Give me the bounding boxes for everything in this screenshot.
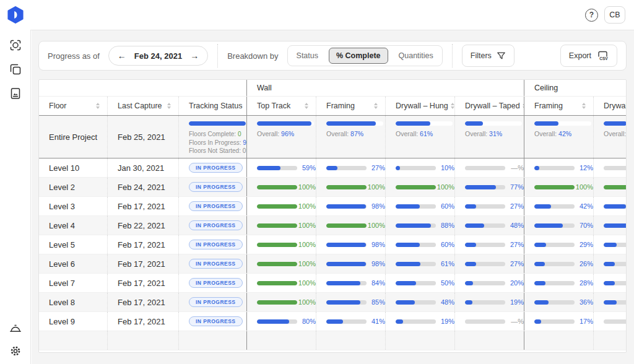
progress-bar — [534, 300, 575, 305]
progress-table: Wall Ceiling Floor Last Capture Tracking… — [38, 79, 627, 353]
settings-icon[interactable] — [9, 344, 22, 358]
segment-percent-complete[interactable]: % Complete — [329, 48, 388, 64]
avatar[interactable]: CB — [604, 6, 625, 24]
tracking-status-cell: IN PROGRESS — [178, 216, 246, 235]
table-row[interactable]: Level 2Feb 24, 2021IN PROGRESS100%100%10… — [39, 178, 627, 197]
percent-label: 36% — [575, 298, 593, 306]
floor-cell: Level 3 — [39, 197, 107, 215]
progress-cell: 42% — [524, 197, 593, 215]
sort-icon[interactable] — [305, 103, 308, 109]
progress-bar — [465, 243, 505, 247]
percent-label: 26% — [575, 260, 593, 267]
toolbar: Progress as of ← Feb 24, 2021 → Breakdow… — [38, 41, 627, 71]
progress-cell: 27% — [316, 158, 385, 177]
table-row[interactable]: Level 4Feb 22, 2021IN PROGRESS100%100%88… — [39, 216, 627, 235]
segment-status[interactable]: Status — [288, 46, 327, 65]
progress-bar — [534, 166, 575, 170]
table-row[interactable]: Level 9Feb 17, 2021IN PROGRESS80%41%19%—… — [39, 312, 627, 331]
hardhat-icon[interactable] — [9, 323, 22, 336]
percent-label: 100% — [297, 222, 316, 229]
progress-cell: —% — [454, 312, 524, 331]
filters-button[interactable]: Filters — [462, 45, 515, 67]
progress-bar — [396, 223, 436, 228]
progress-bar — [604, 223, 627, 228]
table-row[interactable]: Level 3Feb 17, 2021IN PROGRESS100%98%60%… — [39, 197, 627, 216]
progress-bar — [604, 166, 627, 170]
progress-bar — [604, 243, 627, 247]
top-bar: ? CB — [0, 0, 634, 30]
avatar-initials: CB — [609, 11, 620, 19]
summary-tracking-bar — [189, 121, 246, 126]
sort-icon[interactable] — [167, 103, 171, 109]
toolbar-divider — [452, 44, 453, 67]
date-navigator[interactable]: ← Feb 24, 2021 → — [108, 46, 208, 66]
progress-cell: 59% — [246, 158, 316, 177]
column-header-ceiling-drywall-hung[interactable]: Drywall – Hung — [593, 97, 627, 115]
overall-percent-label: Overall: 42% — [534, 130, 593, 137]
segment-quantities[interactable]: Quantities — [390, 46, 442, 65]
column-header-wall-framing[interactable]: Framing — [316, 97, 385, 115]
last-capture-cell: Feb 17, 2021 — [107, 274, 178, 292]
column-header-drywall-hung[interactable]: Drywall – Hung — [385, 97, 454, 115]
prev-date-arrow-icon[interactable]: ← — [118, 51, 126, 60]
projects-icon[interactable] — [9, 63, 22, 76]
column-header-ceiling-framing[interactable]: Framing — [524, 97, 593, 115]
percent-label: 12% — [575, 164, 593, 171]
table-row[interactable]: Level 10Jan 30, 2021IN PROGRESS59%27%10%… — [39, 158, 627, 178]
progress-cell: 77% — [454, 178, 524, 196]
progress-bar — [604, 281, 627, 285]
progress-bar — [396, 166, 436, 170]
percent-label: 27% — [505, 260, 524, 267]
app-logo-icon[interactable] — [7, 6, 24, 24]
tracking-status-cell: IN PROGRESS — [178, 274, 246, 292]
column-header-row: Floor Last Capture Tracking Status Top T… — [39, 97, 627, 115]
progress-bar — [465, 204, 505, 209]
overall-percent-label: Overall: 87% — [326, 130, 385, 137]
progress-bar — [326, 243, 367, 247]
table-row[interactable]: Level 7Feb 17, 2021IN PROGRESS100%84%50%… — [39, 274, 627, 293]
floors-complete-line: Floors Complete: 0 — [189, 130, 246, 139]
sort-icon[interactable] — [96, 103, 100, 109]
summary-row[interactable]: Entire Project Feb 25, 2021 Floors Compl… — [39, 115, 627, 158]
sort-icon[interactable] — [451, 103, 454, 109]
percent-label: 20% — [505, 279, 524, 287]
tracking-status-cell: IN PROGRESS — [178, 178, 246, 196]
status-badge: IN PROGRESS — [189, 182, 243, 192]
progress-cell: 60% — [385, 197, 454, 215]
column-header-top-track[interactable]: Top Track — [246, 97, 316, 115]
table-row[interactable]: Level 8Feb 17, 2021IN PROGRESS100%85%48%… — [39, 293, 627, 312]
sort-icon[interactable] — [582, 103, 586, 109]
sort-icon[interactable] — [374, 103, 378, 109]
percent-label: 100% — [297, 279, 316, 287]
group-header-row: Wall Ceiling — [39, 80, 627, 97]
help-icon[interactable]: ? — [585, 9, 598, 22]
progress-cell: 100% — [593, 178, 627, 196]
percent-label: 50% — [436, 279, 454, 287]
overall-percent-label: Overall: 40% — [604, 130, 627, 137]
capture-icon[interactable] — [9, 38, 22, 52]
status-badge: IN PROGRESS — [189, 259, 243, 269]
progress-cell: 19% — [454, 293, 524, 311]
table-body: Level 10Jan 30, 2021IN PROGRESS59%27%10%… — [39, 158, 626, 350]
progress-bar — [396, 300, 436, 305]
breakdown-by-label: Breakdown by — [227, 51, 278, 61]
table-row[interactable]: Level 5Feb 17, 2021IN PROGRESS100%98%60%… — [39, 235, 627, 254]
table-row[interactable]: Level 6Feb 17, 2021IN PROGRESS100%98%61%… — [39, 254, 627, 274]
percent-label: 19% — [436, 318, 454, 325]
progress-cell: 100% — [316, 178, 385, 196]
progress-bar — [326, 300, 367, 305]
export-button[interactable]: Export CSV — [560, 45, 617, 67]
progress-cell: 100% — [246, 216, 316, 235]
column-header-drywall-taped[interactable]: Drywall – Taped — [454, 97, 524, 115]
status-badge: IN PROGRESS — [189, 201, 243, 211]
percent-label: 84% — [367, 279, 385, 287]
last-capture-cell: Feb 17, 2021 — [107, 293, 178, 311]
column-header-floor[interactable]: Floor — [39, 97, 107, 115]
column-header-last-capture[interactable]: Last Capture — [107, 97, 178, 115]
reports-icon[interactable] — [9, 87, 22, 100]
progress-cell: 61% — [385, 254, 454, 273]
next-date-arrow-icon[interactable]: → — [190, 51, 199, 60]
progress-bar — [257, 185, 297, 189]
progress-cell: 98% — [316, 254, 385, 273]
summary-progress-cell: Overall: 40% — [593, 116, 627, 158]
